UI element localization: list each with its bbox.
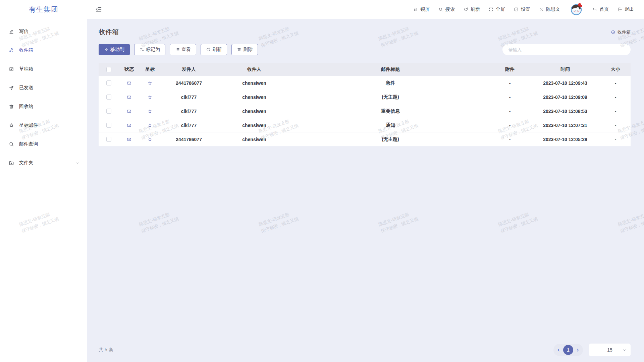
location-pin-icon bbox=[611, 30, 615, 35]
refresh-icon bbox=[464, 7, 468, 12]
sidebar-item-label: 收件箱 bbox=[19, 47, 33, 53]
table-row[interactable]: 2441786077chensiwen急件-2023-07-10 12:09:4… bbox=[99, 76, 631, 90]
move-to-button[interactable]: 移动到 bbox=[99, 44, 130, 55]
cell-size: - bbox=[600, 109, 631, 114]
status-cell bbox=[119, 123, 140, 128]
row-checkbox-cell bbox=[99, 123, 119, 128]
table-row[interactable]: cikl777chensiwen通知-2023-07-10 12:07:31- bbox=[99, 118, 631, 132]
breadcrumb: 收件箱 bbox=[611, 29, 631, 35]
sidebar-item-sent[interactable]: 已发送 bbox=[0, 78, 87, 97]
topbar-item-fullscreen[interactable]: 全屏 bbox=[489, 6, 505, 12]
table-row[interactable]: cikl777chensiwen(无主题)-2023-07-10 12:09:0… bbox=[99, 90, 631, 104]
page-title: 收件箱 bbox=[99, 27, 119, 37]
topbar-item-settings[interactable]: 设置 bbox=[514, 6, 530, 12]
topbar-item-label: 设置 bbox=[521, 6, 530, 12]
status-cell bbox=[119, 81, 140, 85]
row-star-icon[interactable] bbox=[148, 137, 152, 142]
select-all-checkbox[interactable] bbox=[106, 67, 111, 72]
table-row[interactable]: cikl777chensiwen重要信息-2023-07-10 12:08:53… bbox=[99, 104, 631, 118]
column-header-star: 星标 bbox=[140, 66, 160, 72]
table-body: 2441786077chensiwen急件-2023-07-10 12:09:4… bbox=[99, 76, 631, 146]
cell-time: 2023-07-10 12:09:43 bbox=[530, 80, 600, 86]
cell-size: - bbox=[600, 137, 631, 142]
delete-button[interactable]: 删除 bbox=[231, 44, 258, 55]
user-icon bbox=[539, 7, 544, 12]
row-checkbox[interactable] bbox=[106, 80, 111, 85]
star-icon bbox=[9, 123, 14, 128]
column-header-sender: 发件人 bbox=[160, 66, 217, 72]
cell-attachment: - bbox=[490, 123, 530, 128]
mail-icon bbox=[127, 81, 131, 85]
search-input[interactable] bbox=[502, 44, 631, 55]
doc-edit-icon bbox=[9, 66, 14, 72]
sidebar-item-drafts[interactable]: 草稿箱 bbox=[0, 60, 87, 78]
sidebar-item-starred[interactable]: 星标邮件 bbox=[0, 116, 87, 135]
sidebar-item-trash[interactable]: 回收站 bbox=[0, 97, 87, 116]
row-star-icon[interactable] bbox=[148, 81, 152, 85]
topbar-item-lock-screen[interactable]: 锁屏 bbox=[413, 6, 430, 12]
refresh-list-button[interactable]: 刷新 bbox=[201, 44, 227, 55]
mark-as-button[interactable]: 标记为 bbox=[134, 44, 165, 55]
row-checkbox[interactable] bbox=[106, 123, 111, 128]
row-star-icon[interactable] bbox=[148, 95, 152, 100]
topbar-item-label: 退出 bbox=[625, 6, 634, 12]
sidebar: 有生集团 写信收件箱草稿箱已发送回收站星标邮件邮件查询文件夹 bbox=[0, 0, 87, 362]
sidebar-menu: 写信收件箱草稿箱已发送回收站星标邮件邮件查询文件夹 bbox=[0, 19, 87, 172]
cell-subject: 重要信息 bbox=[291, 108, 490, 114]
toolbar: 移动到标记为查看刷新删除 bbox=[99, 44, 631, 55]
page-size-select[interactable]: 15 bbox=[589, 344, 631, 356]
page-pill: 1 bbox=[553, 344, 583, 356]
row-checkbox[interactable] bbox=[106, 95, 111, 100]
table-footer: 共 5 条 1 15 bbox=[99, 343, 631, 357]
row-checkbox[interactable] bbox=[106, 137, 111, 142]
row-star-icon[interactable] bbox=[148, 123, 152, 128]
next-page-icon[interactable] bbox=[576, 348, 580, 352]
user-avatar[interactable] bbox=[569, 2, 584, 17]
topbar-item-search[interactable]: 搜索 bbox=[438, 6, 455, 12]
cell-attachment: - bbox=[490, 95, 530, 100]
cell-subject: (无主题) bbox=[291, 94, 490, 100]
current-page[interactable]: 1 bbox=[563, 345, 573, 355]
menu-fold-icon[interactable] bbox=[95, 6, 102, 13]
sidebar-item-folders[interactable]: 文件夹 bbox=[0, 154, 87, 172]
topbar-item-home[interactable]: 首页 bbox=[592, 6, 609, 12]
sidebar-item-inbox[interactable]: 收件箱 bbox=[0, 41, 87, 60]
star-cell bbox=[140, 123, 160, 128]
row-checkbox[interactable] bbox=[106, 109, 111, 114]
cell-sender: cikl777 bbox=[160, 95, 217, 100]
topbar-item-label: 锁屏 bbox=[420, 6, 430, 12]
row-star-icon[interactable] bbox=[148, 109, 152, 114]
star-cell bbox=[140, 109, 160, 114]
topbar-item-refresh[interactable]: 刷新 bbox=[464, 6, 480, 12]
sidebar-item-compose[interactable]: 写信 bbox=[0, 22, 87, 41]
prev-page-icon[interactable] bbox=[556, 348, 561, 352]
button-label: 移动到 bbox=[110, 47, 124, 53]
pagination: 1 15 bbox=[553, 344, 631, 356]
cell-sender: cikl777 bbox=[160, 123, 217, 128]
cell-time: 2023-07-10 12:07:31 bbox=[530, 123, 600, 128]
mail-table: 状态星标发件人收件人邮件标题附件时间大小 2441786077chensiwen… bbox=[99, 63, 631, 146]
topbar-item-user[interactable]: 陈思文 bbox=[539, 6, 560, 12]
list-icon bbox=[175, 47, 180, 52]
send-icon bbox=[9, 85, 14, 90]
cell-subject: (无主题) bbox=[291, 136, 490, 142]
column-header-status: 状态 bbox=[119, 66, 140, 72]
app-logo: 有生集团 bbox=[0, 0, 87, 19]
table-row[interactable]: 2441786077chensiwen(无主题)-2023-07-10 12:0… bbox=[99, 132, 631, 146]
column-header-time: 时间 bbox=[530, 66, 600, 72]
button-label: 删除 bbox=[243, 47, 253, 53]
cell-subject: 通知 bbox=[291, 122, 490, 128]
status-cell bbox=[119, 137, 140, 142]
trash-icon bbox=[9, 104, 14, 109]
select-all-cell bbox=[99, 67, 119, 72]
chevron-down-icon[interactable] bbox=[75, 161, 80, 165]
view-button[interactable]: 查看 bbox=[170, 44, 196, 55]
cell-sender: cikl777 bbox=[160, 109, 217, 114]
status-cell bbox=[119, 95, 140, 100]
column-header-size: 大小 bbox=[600, 66, 631, 72]
topbar-item-logout[interactable]: 退出 bbox=[618, 6, 634, 12]
row-checkbox-cell bbox=[99, 80, 119, 85]
row-checkbox-cell bbox=[99, 137, 119, 142]
sidebar-item-label: 星标邮件 bbox=[19, 122, 38, 128]
sidebar-item-mail-search[interactable]: 邮件查询 bbox=[0, 135, 87, 154]
